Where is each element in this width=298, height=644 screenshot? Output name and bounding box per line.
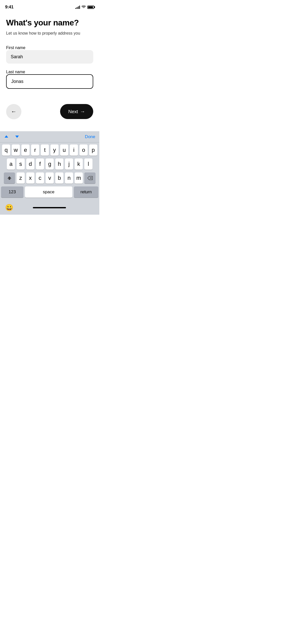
key-b[interactable]: b	[55, 172, 63, 184]
last-name-label: Last name	[6, 70, 25, 74]
return-key[interactable]: return	[74, 186, 98, 198]
shift-key[interactable]	[4, 172, 15, 184]
keyboard-prev-button[interactable]	[3, 133, 10, 140]
delete-icon	[87, 176, 93, 180]
keyboard-keys: q w e r t y u i o p a s d f g h j k l	[0, 142, 99, 201]
key-w[interactable]: w	[12, 144, 20, 156]
home-indicator	[33, 207, 66, 208]
key-row-bottom: 123 space return	[1, 186, 98, 198]
key-v[interactable]: v	[46, 172, 54, 184]
status-icons	[75, 5, 94, 9]
page-title: What's your name?	[6, 18, 93, 27]
key-j[interactable]: j	[65, 158, 73, 170]
key-row-2: a s d f g h j k l	[1, 158, 98, 170]
key-h[interactable]: h	[55, 158, 63, 170]
keyboard: Done q w e r t y u i o p a s d f g h j k…	[0, 131, 99, 215]
back-button[interactable]: ←	[6, 104, 21, 119]
key-y[interactable]: y	[50, 144, 59, 156]
status-time: 9:41	[5, 5, 13, 10]
up-arrow-icon	[4, 135, 9, 138]
key-s[interactable]: s	[17, 158, 25, 170]
first-name-label: First name	[6, 46, 25, 50]
down-arrow-icon	[15, 135, 19, 138]
page-subtitle: Let us know how to properly address you	[6, 31, 93, 36]
shift-icon	[7, 175, 12, 181]
first-name-input[interactable]	[6, 50, 93, 64]
key-n[interactable]: n	[65, 172, 73, 184]
key-x[interactable]: x	[26, 172, 34, 184]
key-k[interactable]: k	[75, 158, 83, 170]
main-content: What's your name? Let us know how to pro…	[0, 13, 99, 89]
key-l[interactable]: l	[84, 158, 92, 170]
numbers-key[interactable]: 123	[1, 186, 23, 198]
keyboard-bottom: 😀	[0, 201, 99, 215]
next-arrow-icon: →	[80, 109, 85, 114]
key-q[interactable]: q	[2, 144, 10, 156]
key-d[interactable]: d	[26, 158, 34, 170]
emoji-button[interactable]: 😀	[4, 203, 14, 213]
key-t[interactable]: t	[41, 144, 49, 156]
key-u[interactable]: u	[60, 144, 68, 156]
status-bar: 9:41	[0, 0, 99, 13]
navigation-row: ← Next →	[0, 104, 99, 119]
keyboard-done-button[interactable]: Done	[85, 134, 95, 139]
space-key[interactable]: space	[25, 186, 72, 198]
wifi-icon	[82, 6, 86, 9]
signal-icon	[75, 5, 80, 9]
key-e[interactable]: e	[21, 144, 30, 156]
key-r[interactable]: r	[31, 144, 39, 156]
back-arrow-icon: ←	[11, 109, 17, 114]
key-z[interactable]: z	[17, 172, 25, 184]
battery-icon	[87, 6, 94, 9]
key-g[interactable]: g	[46, 158, 54, 170]
key-a[interactable]: a	[7, 158, 15, 170]
last-name-input[interactable]	[6, 74, 93, 89]
delete-key[interactable]	[84, 172, 96, 184]
next-label: Next	[68, 109, 78, 114]
keyboard-toolbar: Done	[0, 131, 99, 142]
keyboard-next-button[interactable]	[14, 133, 20, 140]
key-m[interactable]: m	[75, 172, 83, 184]
key-o[interactable]: o	[79, 144, 88, 156]
key-row-1: q w e r t y u i o p	[1, 144, 98, 156]
key-i[interactable]: i	[70, 144, 78, 156]
key-c[interactable]: c	[36, 172, 44, 184]
key-row-3: z x c v b n m	[1, 172, 98, 184]
next-button[interactable]: Next →	[60, 104, 93, 119]
key-p[interactable]: p	[89, 144, 97, 156]
key-f[interactable]: f	[36, 158, 44, 170]
toolbar-nav	[3, 133, 20, 140]
